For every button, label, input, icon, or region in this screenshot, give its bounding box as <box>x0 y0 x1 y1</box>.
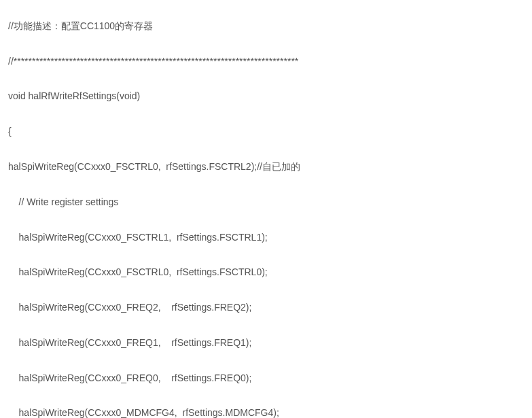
code-line: halSpiWriteReg(CCxxx0_FSCTRL1, rfSetting… <box>8 229 524 247</box>
code-line: //**************************************… <box>8 53 524 71</box>
code-line: halSpiWriteReg(CCxxx0_FREQ0, rfSettings.… <box>8 370 524 387</box>
code-line: halSpiWriteReg(CCxxx0_FSCTRL0, rfSetting… <box>8 264 524 281</box>
code-line: // Write register settings <box>8 194 524 211</box>
code-line: halSpiWriteReg(CCxxx0_FSCTRL0, rfSetting… <box>8 158 524 176</box>
code-line: void halRfWriteRfSettings(void) <box>8 88 524 105</box>
code-block: //功能描述：配置CC1100的寄存器 //******************… <box>0 0 532 418</box>
code-line: halSpiWriteReg(CCxxx0_FREQ1, rfSettings.… <box>8 334 524 352</box>
code-line: //功能描述：配置CC1100的寄存器 <box>8 18 524 35</box>
code-line: halSpiWriteReg(CCxxx0_MDMCFG4, rfSetting… <box>8 404 524 418</box>
code-line: { <box>8 123 524 141</box>
code-line: halSpiWriteReg(CCxxx0_FREQ2, rfSettings.… <box>8 299 524 317</box>
